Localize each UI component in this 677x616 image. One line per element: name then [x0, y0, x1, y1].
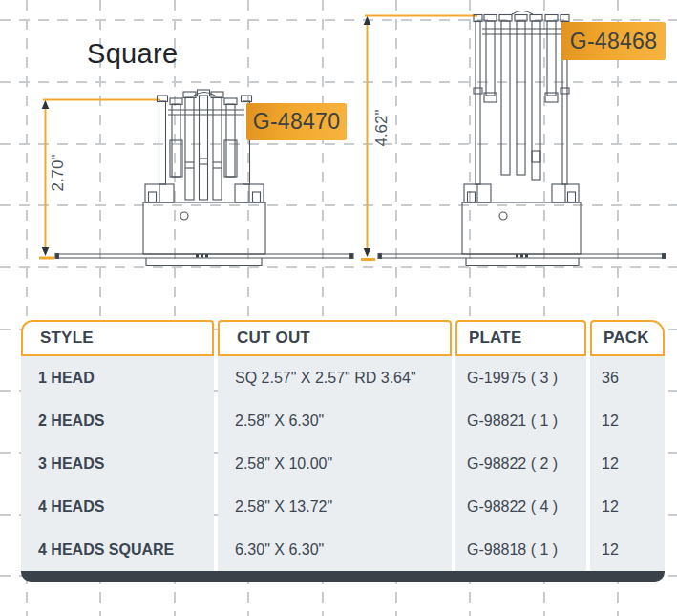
table-row: 1 HEAD SQ 2.57" X 2.57" RD 3.64" G-19975… [21, 356, 665, 399]
table-row: 2 HEADS 2.58" X 6.30" G-98821 ( 1 ) 12 [21, 399, 665, 442]
cell-cutout: 2.58" X 13.72" [218, 485, 452, 528]
cell-style: 1 HEAD [21, 356, 214, 399]
table-bottom-bar [21, 571, 665, 582]
table-body: 1 HEAD SQ 2.57" X 2.57" RD 3.64" G-19975… [21, 356, 665, 571]
cell-style: 3 HEADS [21, 442, 214, 485]
cell-pack: 12 [590, 528, 665, 571]
column-header-pack: PACK [590, 320, 665, 356]
cell-style: 4 HEADS [21, 485, 214, 528]
table-row: 4 HEADS SQUARE 6.30" X 6.30" G-98818 ( 1… [21, 528, 665, 571]
table-row: 3 HEADS 2.58" X 10.00" G-98822 ( 2 ) 12 [21, 442, 665, 485]
cell-plate: G-19975 ( 3 ) [455, 356, 586, 399]
cell-cutout: 6.30" X 6.30" [218, 528, 452, 571]
cell-style: 2 HEADS [21, 399, 214, 442]
spec-table: STYLE CUT OUT PLATE PACK 1 HEAD SQ 2.57"… [21, 320, 665, 582]
column-header-plate: PLATE [455, 320, 586, 356]
dimension-label-right: 4.62" [372, 97, 391, 159]
cell-pack: 36 [590, 356, 665, 399]
product-code-badge-right: G-48468 [561, 22, 666, 60]
table-header-row: STYLE CUT OUT PLATE PACK [21, 320, 665, 356]
cell-pack: 12 [590, 399, 665, 442]
cell-pack: 12 [590, 442, 665, 485]
product-code-badge-left: G-48470 [246, 103, 347, 140]
column-header-cutout: CUT OUT [218, 320, 452, 356]
page-title: Square [87, 38, 178, 70]
cell-cutout: 2.58" X 6.30" [218, 399, 452, 442]
cell-plate: G-98821 ( 1 ) [455, 399, 586, 442]
cell-plate: G-98822 ( 2 ) [455, 442, 586, 485]
cell-style: 4 HEADS SQUARE [21, 528, 214, 571]
cell-plate: G-98818 ( 1 ) [455, 528, 586, 571]
cell-cutout: 2.58" X 10.00" [218, 442, 452, 485]
cell-cutout: SQ 2.57" X 2.57" RD 3.64" [218, 356, 452, 399]
column-header-style: STYLE [21, 320, 214, 356]
table-row: 4 HEADS 2.58" X 13.72" G-98822 ( 4 ) 12 [21, 485, 665, 528]
dimension-label-left: 2.70" [49, 142, 68, 203]
spec-sheet: Square 2.70" 4.62" G-48470 G-48468 STYLE… [0, 0, 677, 616]
cell-pack: 12 [590, 485, 665, 528]
cell-plate: G-98822 ( 4 ) [455, 485, 586, 528]
